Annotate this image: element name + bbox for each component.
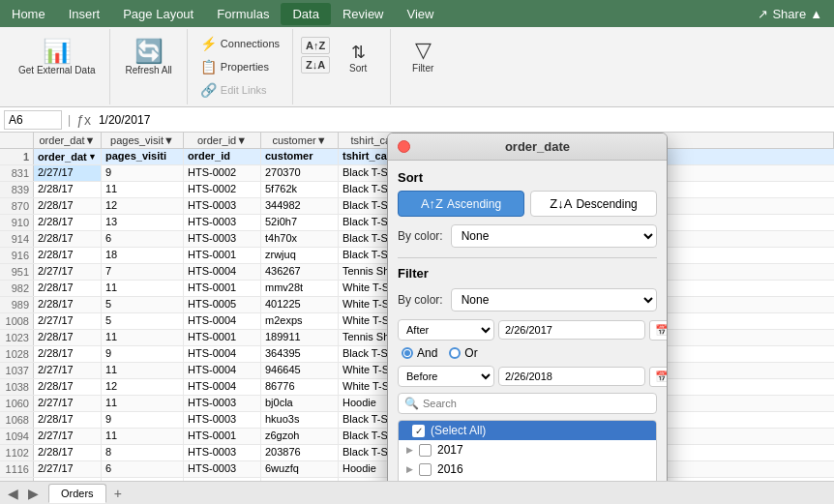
cell[interactable]: customer (261, 149, 339, 164)
cell[interactable]: 2/27/17 (34, 478, 102, 481)
col-header-A[interactable]: order_dat▼ (34, 133, 102, 148)
sort-az-button[interactable]: A↑Z (301, 37, 330, 54)
cell[interactable]: HTS-0004 (184, 264, 261, 280)
cell[interactable]: 2/28/17 (34, 231, 102, 247)
cell[interactable]: 2/28/17 (34, 297, 102, 312)
menu-page-layout[interactable]: Page Layout (111, 3, 205, 25)
cell[interactable]: 436267 (261, 264, 339, 280)
filter-condition1-value[interactable] (498, 320, 645, 340)
sort-color-select[interactable]: None (451, 224, 657, 248)
menu-view[interactable]: View (396, 3, 446, 25)
checkbox-select-all[interactable] (412, 425, 425, 437)
cell[interactable]: 2/27/17 (34, 165, 102, 181)
checklist-item-2017[interactable]: ▶ 2017 (399, 440, 656, 460)
descending-button[interactable]: Z↓A Descending (530, 191, 657, 217)
cell[interactable]: HTS-0004 (184, 363, 261, 378)
menu-review[interactable]: Review (331, 3, 396, 25)
properties-button[interactable]: 📋 Properties (195, 56, 284, 77)
cell[interactable]: 5 (102, 313, 184, 329)
share-button[interactable]: ↗ Share ▲ (746, 3, 834, 25)
cell[interactable]: HTS-0003 (184, 412, 261, 428)
col-header-B[interactable]: pages_visit▼ (102, 133, 184, 148)
cell[interactable]: hkuo3s (261, 412, 339, 428)
cell[interactable]: 13 (102, 215, 184, 230)
filter-color-select[interactable]: None (451, 288, 657, 311)
formula-input[interactable] (95, 111, 830, 129)
checkbox-2017[interactable] (419, 444, 432, 457)
filter-button[interactable]: ▽ Filter (399, 33, 447, 78)
add-sheet-button[interactable]: + (108, 483, 128, 504)
menu-formulas[interactable]: Formulas (205, 3, 281, 25)
expand-icon-2017[interactable]: ▶ (406, 445, 413, 455)
cell[interactable]: 2/27/17 (34, 363, 102, 378)
cell[interactable]: 2/28/17 (34, 412, 102, 428)
cell[interactable]: HTS-0001 (184, 248, 261, 263)
cell[interactable]: 7 (102, 264, 184, 280)
cell[interactable]: 6wuzfq (261, 461, 339, 477)
cell[interactable]: 5f762k (261, 182, 339, 197)
cell[interactable]: 8 (102, 445, 184, 460)
cell[interactable]: HTS-0003 (184, 445, 261, 460)
cell[interactable]: 12 (102, 379, 184, 395)
cell[interactable]: 946645 (261, 363, 339, 378)
cell[interactable]: 2/27/17 (34, 461, 102, 477)
cell[interactable]: HTS-0003 (184, 198, 261, 214)
cell[interactable]: 2/28/17 (34, 182, 102, 197)
or-radio-label[interactable]: Or (449, 346, 477, 360)
sort-za-button[interactable]: Z↓A (301, 56, 330, 74)
cell[interactable]: 12 (102, 198, 184, 214)
cell[interactable]: 2/28/17 (34, 330, 102, 345)
col-header-C[interactable]: order_id▼ (184, 133, 261, 148)
cell[interactable]: 11 (102, 429, 184, 444)
cell[interactable]: 364395 (261, 346, 339, 362)
cell[interactable]: 2/28/17 (34, 248, 102, 263)
cell[interactable]: 6 (102, 461, 184, 477)
cell[interactable]: 2/27/17 (34, 396, 102, 411)
sort-button[interactable]: ⇅ Sort (334, 37, 382, 78)
tab-orders[interactable]: Orders (48, 484, 106, 503)
cell[interactable]: mmv28t (261, 281, 339, 296)
cell[interactable]: 401225 (261, 297, 339, 312)
menu-home[interactable]: Home (0, 3, 57, 25)
scroll-tabs-right[interactable]: ▶ (24, 486, 43, 501)
cell[interactable]: 86776 (261, 379, 339, 395)
cell[interactable]: HTS-0003 (184, 215, 261, 230)
cell[interactable]: HTS-0002 (184, 478, 261, 481)
checklist-item-2015[interactable]: ▶ 2015 (399, 479, 656, 481)
cell[interactable]: 2/28/17 (34, 281, 102, 296)
filter-condition1-select[interactable]: After Before Equals Between (398, 319, 494, 341)
cell[interactable]: m2exps (261, 313, 339, 329)
cell[interactable]: order_dat▼ (34, 149, 102, 164)
connections-button[interactable]: ⚡ Connections (195, 33, 284, 54)
menu-insert[interactable]: Insert (57, 3, 112, 25)
cell[interactable]: 9 (102, 165, 184, 181)
cell[interactable]: vujqrz (261, 478, 339, 481)
scroll-tabs-left[interactable]: ◀ (4, 486, 22, 501)
refresh-button[interactable]: 🔄 Refresh All (118, 33, 178, 81)
cell[interactable]: 270370 (261, 165, 339, 181)
cell[interactable]: 11 (102, 182, 184, 197)
edit-links-button[interactable]: 🔗 Edit Links (195, 79, 284, 101)
cell[interactable]: 2/28/17 (34, 346, 102, 362)
and-radio-button[interactable] (402, 347, 413, 359)
cell[interactable]: 11 (102, 281, 184, 296)
cell[interactable]: 11 (102, 363, 184, 378)
cell[interactable]: HTS-0002 (184, 165, 261, 181)
cell[interactable]: HTS-0004 (184, 379, 261, 395)
cell[interactable]: 2/27/17 (34, 264, 102, 280)
checkbox-2016[interactable] (419, 463, 432, 476)
cell[interactable]: 14 (102, 478, 184, 481)
cell[interactable]: zrwjuq (261, 248, 339, 263)
filter-condition2-value[interactable] (498, 367, 645, 386)
col-header-D[interactable]: customer▼ (261, 133, 339, 148)
cell[interactable]: HTS-0001 (184, 281, 261, 296)
cell[interactable]: 2/27/17 (34, 429, 102, 444)
cell[interactable]: 9 (102, 346, 184, 362)
cell[interactable]: 11 (102, 396, 184, 411)
cell[interactable]: z6gzoh (261, 429, 339, 444)
cell[interactable]: 2/28/17 (34, 215, 102, 230)
cell[interactable]: HTS-0001 (184, 429, 261, 444)
cell[interactable]: HTS-0003 (184, 396, 261, 411)
expand-icon-2016[interactable]: ▶ (406, 464, 413, 474)
filter-condition2-calendar-button[interactable]: 📅 (649, 367, 668, 387)
